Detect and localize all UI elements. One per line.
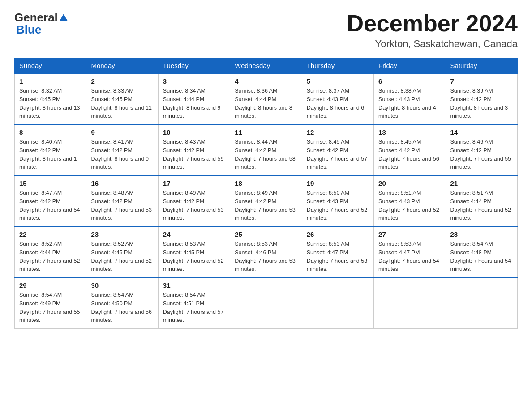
day-info: Sunrise: 8:38 AMSunset: 4:43 PMDaylight:… xyxy=(378,88,436,119)
calendar-cell: 11 Sunrise: 8:44 AMSunset: 4:42 PMDaylig… xyxy=(230,124,302,176)
day-number: 10 xyxy=(163,128,225,136)
calendar-cell: 19 Sunrise: 8:50 AMSunset: 4:43 PMDaylig… xyxy=(302,176,373,227)
day-number: 11 xyxy=(235,128,297,136)
calendar-cell: 29 Sunrise: 8:54 AMSunset: 4:49 PMDaylig… xyxy=(15,278,86,329)
day-number: 7 xyxy=(450,77,513,85)
day-number: 3 xyxy=(163,77,225,85)
day-number: 21 xyxy=(450,180,513,187)
day-info: Sunrise: 8:53 AMSunset: 4:47 PMDaylight:… xyxy=(378,241,439,272)
day-info: Sunrise: 8:34 AMSunset: 4:44 PMDaylight:… xyxy=(163,88,221,119)
weekday-header-monday: Monday xyxy=(86,58,158,74)
calendar-cell: 28 Sunrise: 8:54 AMSunset: 4:48 PMDaylig… xyxy=(446,227,517,278)
weekday-header-friday: Friday xyxy=(374,58,446,74)
day-number: 19 xyxy=(307,180,369,187)
calendar-cell: 3 Sunrise: 8:34 AMSunset: 4:44 PMDayligh… xyxy=(158,73,230,124)
day-number: 5 xyxy=(307,77,369,85)
calendar-cell xyxy=(230,278,302,329)
day-info: Sunrise: 8:44 AMSunset: 4:42 PMDaylight:… xyxy=(235,139,296,170)
day-number: 12 xyxy=(307,128,369,136)
calendar-cell: 16 Sunrise: 8:48 AMSunset: 4:42 PMDaylig… xyxy=(86,176,158,227)
calendar-cell: 8 Sunrise: 8:40 AMSunset: 4:42 PMDayligh… xyxy=(15,124,86,176)
day-info: Sunrise: 8:40 AMSunset: 4:42 PMDaylight:… xyxy=(19,139,77,170)
calendar-cell: 1 Sunrise: 8:32 AMSunset: 4:45 PMDayligh… xyxy=(15,73,86,124)
calendar-cell: 14 Sunrise: 8:46 AMSunset: 4:42 PMDaylig… xyxy=(446,124,517,176)
calendar-cell: 24 Sunrise: 8:53 AMSunset: 4:45 PMDaylig… xyxy=(158,227,230,278)
calendar-table: SundayMondayTuesdayWednesdayThursdayFrid… xyxy=(14,58,518,329)
day-number: 17 xyxy=(163,180,225,187)
day-info: Sunrise: 8:37 AMSunset: 4:43 PMDaylight:… xyxy=(307,88,365,119)
day-number: 27 xyxy=(378,231,441,238)
day-info: Sunrise: 8:48 AMSunset: 4:42 PMDaylight:… xyxy=(91,190,152,221)
day-info: Sunrise: 8:51 AMSunset: 4:43 PMDaylight:… xyxy=(378,190,439,221)
day-info: Sunrise: 8:39 AMSunset: 4:42 PMDaylight:… xyxy=(450,88,508,119)
day-info: Sunrise: 8:50 AMSunset: 4:43 PMDaylight:… xyxy=(307,190,368,221)
day-info: Sunrise: 8:45 AMSunset: 4:42 PMDaylight:… xyxy=(307,139,368,170)
day-info: Sunrise: 8:47 AMSunset: 4:42 PMDaylight:… xyxy=(19,190,80,221)
page-header: General Blue December 2024 Yorkton, Sask… xyxy=(14,11,518,50)
calendar-cell: 23 Sunrise: 8:52 AMSunset: 4:45 PMDaylig… xyxy=(86,227,158,278)
day-info: Sunrise: 8:49 AMSunset: 4:42 PMDaylight:… xyxy=(235,190,296,221)
calendar-cell: 6 Sunrise: 8:38 AMSunset: 4:43 PMDayligh… xyxy=(374,73,446,124)
day-number: 16 xyxy=(91,180,153,187)
logo: General Blue xyxy=(14,11,69,37)
calendar-cell: 17 Sunrise: 8:49 AMSunset: 4:42 PMDaylig… xyxy=(158,176,230,227)
location-title: Yorkton, Saskatchewan, Canada xyxy=(347,38,518,50)
calendar-cell: 15 Sunrise: 8:47 AMSunset: 4:42 PMDaylig… xyxy=(15,176,86,227)
logo-icon xyxy=(59,13,69,23)
calendar-cell: 18 Sunrise: 8:49 AMSunset: 4:42 PMDaylig… xyxy=(230,176,302,227)
calendar-week-row: 29 Sunrise: 8:54 AMSunset: 4:49 PMDaylig… xyxy=(15,278,518,329)
day-number: 28 xyxy=(450,231,513,238)
calendar-cell: 20 Sunrise: 8:51 AMSunset: 4:43 PMDaylig… xyxy=(374,176,446,227)
day-info: Sunrise: 8:51 AMSunset: 4:44 PMDaylight:… xyxy=(450,190,511,221)
day-info: Sunrise: 8:54 AMSunset: 4:51 PMDaylight:… xyxy=(163,292,224,323)
day-number: 13 xyxy=(378,128,441,136)
calendar-cell: 26 Sunrise: 8:53 AMSunset: 4:47 PMDaylig… xyxy=(302,227,373,278)
calendar-cell: 21 Sunrise: 8:51 AMSunset: 4:44 PMDaylig… xyxy=(446,176,517,227)
day-info: Sunrise: 8:52 AMSunset: 4:44 PMDaylight:… xyxy=(19,241,80,272)
svg-marker-0 xyxy=(60,14,68,21)
month-year-title: December 2024 xyxy=(347,11,518,36)
day-info: Sunrise: 8:46 AMSunset: 4:42 PMDaylight:… xyxy=(450,139,511,170)
day-number: 25 xyxy=(235,231,297,238)
calendar-week-row: 15 Sunrise: 8:47 AMSunset: 4:42 PMDaylig… xyxy=(15,176,518,227)
calendar-cell xyxy=(374,278,446,329)
calendar-cell: 30 Sunrise: 8:54 AMSunset: 4:50 PMDaylig… xyxy=(86,278,158,329)
day-number: 15 xyxy=(19,180,82,187)
day-number: 9 xyxy=(91,128,153,136)
calendar-cell: 31 Sunrise: 8:54 AMSunset: 4:51 PMDaylig… xyxy=(158,278,230,329)
calendar-cell: 10 Sunrise: 8:43 AMSunset: 4:42 PMDaylig… xyxy=(158,124,230,176)
weekday-header-saturday: Saturday xyxy=(446,58,517,74)
calendar-cell: 27 Sunrise: 8:53 AMSunset: 4:47 PMDaylig… xyxy=(374,227,446,278)
calendar-cell: 25 Sunrise: 8:53 AMSunset: 4:46 PMDaylig… xyxy=(230,227,302,278)
day-number: 22 xyxy=(19,231,82,238)
calendar-week-row: 1 Sunrise: 8:32 AMSunset: 4:45 PMDayligh… xyxy=(15,73,518,124)
title-area: December 2024 Yorkton, Saskatchewan, Can… xyxy=(347,11,518,50)
day-info: Sunrise: 8:54 AMSunset: 4:48 PMDaylight:… xyxy=(450,241,511,272)
day-number: 30 xyxy=(91,282,153,289)
day-number: 1 xyxy=(19,77,82,85)
day-number: 20 xyxy=(378,180,441,187)
day-number: 18 xyxy=(235,180,297,187)
day-info: Sunrise: 8:53 AMSunset: 4:45 PMDaylight:… xyxy=(163,241,224,272)
day-number: 4 xyxy=(235,77,297,85)
day-number: 26 xyxy=(307,231,369,238)
calendar-cell xyxy=(302,278,373,329)
day-info: Sunrise: 8:52 AMSunset: 4:45 PMDaylight:… xyxy=(91,241,152,272)
day-info: Sunrise: 8:36 AMSunset: 4:44 PMDaylight:… xyxy=(235,88,292,119)
day-number: 14 xyxy=(450,128,513,136)
day-info: Sunrise: 8:33 AMSunset: 4:45 PMDaylight:… xyxy=(91,88,152,119)
day-info: Sunrise: 8:43 AMSunset: 4:42 PMDaylight:… xyxy=(163,139,224,170)
day-info: Sunrise: 8:41 AMSunset: 4:42 PMDaylight:… xyxy=(91,139,149,170)
calendar-cell: 5 Sunrise: 8:37 AMSunset: 4:43 PMDayligh… xyxy=(302,73,373,124)
weekday-header-sunday: Sunday xyxy=(15,58,86,74)
day-info: Sunrise: 8:54 AMSunset: 4:49 PMDaylight:… xyxy=(19,292,80,323)
day-number: 31 xyxy=(163,282,225,289)
calendar-cell: 2 Sunrise: 8:33 AMSunset: 4:45 PMDayligh… xyxy=(86,73,158,124)
calendar-week-row: 8 Sunrise: 8:40 AMSunset: 4:42 PMDayligh… xyxy=(15,124,518,176)
logo-blue: Blue xyxy=(16,23,41,36)
calendar-cell xyxy=(446,278,517,329)
weekday-header-row: SundayMondayTuesdayWednesdayThursdayFrid… xyxy=(15,58,518,74)
day-number: 29 xyxy=(19,282,82,289)
day-info: Sunrise: 8:45 AMSunset: 4:42 PMDaylight:… xyxy=(378,139,439,170)
calendar-cell: 22 Sunrise: 8:52 AMSunset: 4:44 PMDaylig… xyxy=(15,227,86,278)
